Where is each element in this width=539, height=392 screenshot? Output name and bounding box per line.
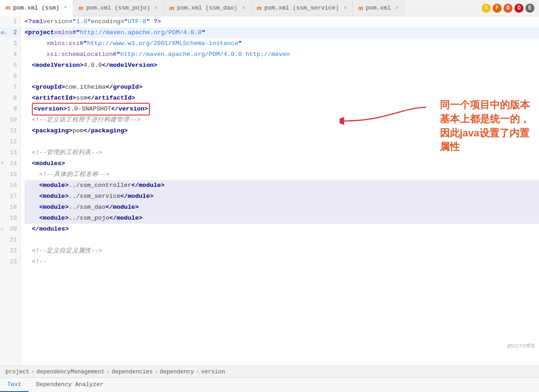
line-num-16: 16 [0,180,20,191]
tag-modelversion-close: </modelVersion> [102,60,158,71]
code-line-23: <!-- [25,256,539,267]
pi-val-encoding: UTF-8 [128,16,147,27]
tab-close-ssm5[interactable]: × [395,5,398,11]
code-line-11: <packaging>pom</packaging> [25,126,539,136]
tab-ssm-dao[interactable]: m pom.xml (ssm_dao) × [164,0,251,16]
tag-module-3: <module> [39,202,69,213]
tag-packaging-close: </packaging> [83,126,127,136]
line-num-5: 5 [0,60,20,71]
tab-ssm-pojo[interactable]: m pom.xml (ssm_pojo) × [73,0,164,16]
status-dependency-mgmt: dependencyManagement [36,369,105,375]
bottom-tab-dependency-label: Dependency Analyzer [36,381,103,388]
code-line-9: <version>1.0-SNAPSHOT</version> [25,104,539,115]
chrome-icon[interactable]: G [482,4,491,13]
val-xmlns-xsi: http://www.w3.org/2001/XMLSchema-instanc… [87,38,238,49]
tag-version-close: </version> [111,106,148,112]
opera-icon[interactable]: O [514,4,524,13]
tag-module-2: <module> [39,191,69,202]
line-num-7: 7 [0,82,20,93]
status-version: version [201,369,225,375]
chevron-3: › [155,369,158,375]
pi-close: " ?> [146,16,161,27]
pi-open: <?xml [25,16,43,27]
tag-module-2-close: </module> [120,191,153,202]
tab-icon-ssm-dao: m [169,5,174,12]
pi-eq1: =" [69,16,76,27]
code-line-18: <module>../ssm_dao</module> [25,202,539,213]
text-module-1: ../ssm_controller [69,180,132,191]
val-xsi-schema: http://maven.apache.org/POM/4.0.0 http:/… [120,49,290,60]
tab-close-ssm-dao[interactable]: × [242,5,245,11]
line-num-10: 10 [0,115,20,126]
line-num-2: m↓ 2 [0,27,20,38]
attribution: @51CTO博客 [507,342,535,349]
comment-partial: <!-- [32,256,46,267]
code-line-7: <groupId>com.itheima</groupId> [25,82,539,93]
code-line-8: <artifactId>ssm</artifactId> [25,93,539,104]
line-num-11: 11 [0,126,20,136]
text-module-2: ../ssm_service [69,191,120,202]
tag-artifactid: <artifactId> [32,93,76,104]
comment-modules: <!--管理的工程列表--> [32,147,102,158]
val-xmlns: http://maven.apache.org/POM/4.0.0 [80,27,202,38]
text-modelversion: 4.0.0 [83,60,102,71]
pi-attr-encoding: encoding [91,16,121,27]
tag-modules-open: <modules> [32,158,65,169]
code-line-6 [25,71,539,82]
tab-icon-ssm: m [5,4,10,11]
tag-modules-close: </modules> [32,224,69,235]
tag-artifactid-close: </artifactId> [87,93,135,104]
bottom-tab-text-label: Text [7,381,21,388]
tag-modelversion: <modelVersion> [32,60,83,71]
line-num-8: 8 [0,93,20,104]
code-line-4: xsi:schemaLocation="http://maven.apache.… [25,49,539,60]
firefox-icon[interactable]: F [493,4,502,13]
line-num-17: 17 [0,191,20,202]
tag-module-4: <module> [39,213,69,224]
eq-xmlns: =" [72,27,80,38]
bottom-tab-dependency-analyzer[interactable]: Dependency Analyzer [29,378,111,392]
line-num-1: 1 [0,16,20,27]
code-line-21 [25,235,539,246]
attr-xmlns: xmlns [54,27,73,38]
line-num-15: 15 [0,169,20,180]
browser-icon-3[interactable]: O [503,4,513,13]
chevron-4: › [196,369,199,375]
comment-build: <!--定义该工程用于进行构建管理--> [32,115,141,126]
eq4: =" [113,49,120,60]
line-num-20: □ 20 [0,224,20,235]
code-line-10: <!--定义该工程用于进行构建管理--> [25,115,539,126]
line-num-9: 9 [0,104,20,115]
status-dependency: dependency [160,369,194,375]
code-line-17: <module>../ssm_service</module> [25,191,539,202]
tab-ssm[interactable]: m pom.xml (ssm) × [0,0,73,16]
tab-close-ssm[interactable]: × [64,5,67,11]
code-line-22: <!--定义自定义属性--> [25,246,539,256]
line-num-21: 21 [0,235,20,246]
tag-groupid: <groupId> [32,82,65,93]
bottom-tab-text[interactable]: Text [0,378,29,392]
pi-val-version: 1.0 [76,16,87,27]
comment-module-names: <!--具体的工程名称--> [39,169,110,180]
tab-ssm5[interactable]: m pom.xml × [353,0,405,16]
tab-ssm-service[interactable]: m pom.xml (ssm_service) × [251,0,353,16]
text-artifactid: ssm [76,93,87,104]
tab-close-ssm-pojo[interactable]: × [155,5,158,11]
tag-version: <version> [34,106,67,112]
comment-custom-props: <!--定义自定义属性--> [32,246,102,256]
attr-xmlns-xsi: xmlns:xsi [46,38,80,49]
text-module-4: ../ssm_pojo [69,213,109,224]
q3: " [238,38,242,49]
tab-bar: m pom.xml (ssm) × m pom.xml (ssm_pojo) ×… [0,0,539,16]
tab-label-ssm-pojo: pom.xml (ssm_pojo) [86,5,150,11]
tab-label-ssm-service: pom.xml (ssm_service) [264,5,339,11]
line-num-19: 19 [0,213,20,224]
code-content[interactable]: <?xml version="1.0" encoding="UTF-8" ?> … [21,16,539,366]
tab-icon-ssm-service: m [257,5,262,12]
status-bar: project › dependencyManagement › depende… [0,366,539,377]
tab-close-ssm-service[interactable]: × [343,5,346,11]
tab-label-ssm5: pom.xml [366,5,391,11]
browser-icon-5[interactable]: E [525,4,534,13]
tab-icon-ssm5: m [358,5,363,12]
code-line-15: <!--具体的工程名称--> [25,169,539,180]
